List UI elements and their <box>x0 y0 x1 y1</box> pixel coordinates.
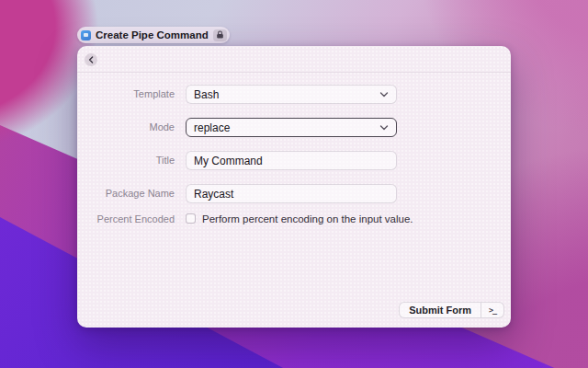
desktop: Create Pipe Command Template Bash <box>0 0 588 368</box>
window-title-tag[interactable]: Create Pipe Command <box>77 27 230 43</box>
pipe-command-app-icon <box>81 30 91 40</box>
percent-encoded-label: Percent Encoded <box>77 213 175 225</box>
chevron-down-icon <box>379 92 389 98</box>
package-name-input[interactable] <box>186 184 397 203</box>
footer-actions: Submit Form >_ <box>399 302 504 318</box>
terminal-icon[interactable]: >_ <box>481 303 503 317</box>
form-row-percent-encoded: Percent Encoded Perform percent encoding… <box>77 213 511 225</box>
form-row-title: Title <box>77 151 511 170</box>
title-input[interactable] <box>186 151 397 170</box>
form-row-template: Template Bash <box>77 85 511 104</box>
template-select-value: Bash <box>194 88 219 101</box>
submit-form-button[interactable]: Submit Form <box>400 303 481 317</box>
package-name-label: Package Name <box>77 184 175 203</box>
form-row-mode: Mode replace <box>77 118 511 137</box>
mode-select[interactable]: replace <box>186 118 397 137</box>
percent-encoded-description: Perform percent encoding on the input va… <box>202 213 413 225</box>
mode-label: Mode <box>77 118 175 137</box>
template-label: Template <box>77 85 175 104</box>
lock-button[interactable] <box>213 29 227 41</box>
back-chevron-icon <box>88 56 94 63</box>
percent-encoded-checkbox[interactable] <box>186 213 196 224</box>
window-header <box>77 46 511 73</box>
window-title-label: Create Pipe Command <box>96 29 209 40</box>
lock-icon <box>216 30 224 40</box>
template-select[interactable]: Bash <box>186 85 397 104</box>
form-row-package-name: Package Name <box>77 184 511 203</box>
title-label: Title <box>77 151 175 170</box>
back-button[interactable] <box>85 53 97 66</box>
mode-select-value: replace <box>194 121 230 134</box>
chevron-down-icon <box>379 125 389 131</box>
create-pipe-command-window: Template Bash Mode replace Title <box>77 46 511 328</box>
